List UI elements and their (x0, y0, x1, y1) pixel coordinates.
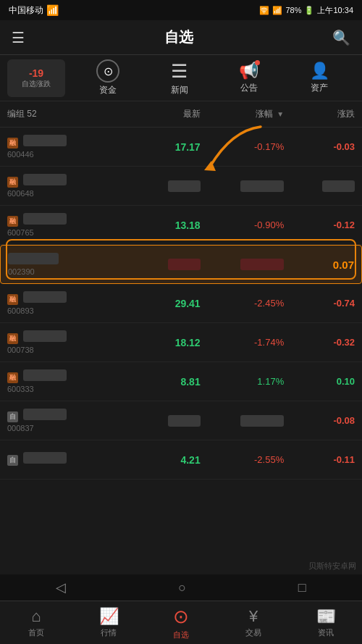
stock-rise: -0.08 (284, 415, 355, 426)
stock-name-blurred (8, 253, 59, 264)
blurred-latest (168, 259, 201, 270)
assets-button[interactable]: 👤 资产 (310, 62, 329, 94)
stock-row[interactable]: 融 600765 13.18 -0.90% -0.12 (0, 206, 362, 245)
stock-name-blurred (23, 135, 67, 146)
stock-latest: 29.41 (123, 298, 201, 309)
news-button[interactable]: ☰ 新闻 (171, 60, 188, 96)
badge-rong: 融 (7, 294, 18, 305)
announcement-button[interactable]: 📢 公告 (239, 62, 258, 94)
stock-row-highlighted[interactable]: 002390 0.07 (0, 245, 362, 284)
stock-row[interactable]: 融 600446 17.17 -0.17% -0.03 (0, 127, 362, 167)
stock-code: 002390 (8, 267, 123, 276)
stock-row[interactable]: 融 000738 18.12 -1.74% -0.32 (0, 323, 362, 362)
market-icon: 📈 (99, 607, 119, 626)
portfolio-value: -19 (29, 67, 43, 79)
change-col-label: 涨幅 (256, 109, 273, 119)
stock-rise: 0.07 (284, 259, 354, 271)
col-header-name: 编组 52 (7, 108, 123, 120)
blurred-latest (168, 180, 201, 192)
funds-label: 资金 (99, 84, 117, 96)
nav-watchlist[interactable]: ⊙ 自选 (145, 601, 217, 644)
search-button[interactable]: 🔍 (332, 29, 350, 46)
stock-name-blurred (23, 452, 67, 464)
stock-name-blurred (23, 213, 67, 225)
nav-news[interactable]: 📰 资讯 (290, 601, 362, 644)
portfolio-summary[interactable]: -19 自选涨跌 (7, 59, 65, 97)
stock-name-col: 融 600446 (7, 135, 123, 159)
stock-name-col: 融 600765 (7, 213, 123, 237)
nav-trade[interactable]: ¥ 交易 (217, 601, 290, 644)
news-icon: ☰ (171, 60, 188, 83)
stock-change (201, 180, 285, 192)
blurred-change (240, 180, 284, 192)
change-sort-arrow: ▼ (277, 110, 284, 118)
stock-rise: -0.74 (284, 298, 355, 309)
badge-rong: 融 (7, 216, 18, 227)
col-header-rise[interactable]: 涨跌 (284, 108, 355, 120)
trade-icon: ¥ (249, 607, 258, 626)
stock-latest: 13.18 (123, 219, 201, 231)
back-button[interactable]: ◁ (56, 580, 66, 595)
news-tab-icon: 📰 (316, 607, 336, 626)
stock-row[interactable]: 自 4.21 -2.55% -0.11 (0, 440, 362, 480)
status-bar: 中国移动 📶 🛜 📶 78% 🔋 上午10:34 (0, 0, 362, 20)
badge-dan: 自 (7, 455, 18, 466)
stock-change: -2.55% (201, 454, 285, 465)
announcement-icon: 📢 (239, 62, 258, 80)
stock-name-col: 融 000738 (7, 330, 123, 354)
stock-rise: 0.10 (284, 376, 355, 387)
badge-rong: 融 (7, 372, 18, 383)
stock-name-col: 002390 (8, 253, 123, 276)
stock-row[interactable]: 融 600333 8.81 1.17% 0.10 (0, 362, 362, 401)
stock-name-col: 自 (7, 452, 123, 467)
stock-name-blurred (23, 330, 67, 342)
news-tab-label: 资讯 (318, 627, 334, 638)
stock-code: 600446 (7, 150, 123, 159)
stock-name-col: 融 600893 (7, 291, 123, 315)
stock-code: 600648 (7, 189, 123, 198)
home-icon: ⌂ (31, 607, 41, 626)
stock-list: 融 600446 17.17 -0.17% -0.03 融 600648 (0, 127, 362, 574)
home-label: 首页 (28, 627, 44, 638)
battery-icon: 🔋 (304, 6, 314, 15)
quick-actions-group: ⊙ 资金 ☰ 新闻 📢 公告 👤 资产 (71, 59, 355, 96)
funds-icon: ⊙ (96, 59, 119, 83)
stock-code: 600893 (7, 306, 123, 315)
stock-latest (123, 415, 201, 427)
badge-rong: 融 (7, 333, 18, 344)
nav-market[interactable]: 📈 行情 (72, 601, 145, 644)
stock-rise: -0.03 (284, 141, 355, 152)
col-header-latest[interactable]: 最新 (123, 108, 201, 120)
home-button[interactable]: ○ (178, 580, 186, 595)
stock-change: -1.74% (201, 337, 285, 348)
stock-latest (123, 259, 200, 270)
stock-name-col: 自 000837 (7, 409, 123, 432)
signal-bars-icon: 📶 (272, 6, 282, 15)
status-left: 中国移动 📶 (9, 4, 59, 17)
recent-apps-button[interactable]: □ (298, 580, 306, 595)
portfolio-label: 自选涨跌 (22, 79, 51, 89)
stock-latest: 18.12 (123, 337, 201, 348)
stock-row[interactable]: 自 000837 -0.08 (0, 401, 362, 440)
watchlist-icon: ⊙ (173, 606, 189, 628)
stock-code: 000837 (7, 424, 123, 432)
battery-label: 78% (285, 6, 301, 14)
blurred-latest (168, 415, 201, 427)
blurred-change (240, 415, 284, 427)
stock-row[interactable]: 融 600648 (0, 167, 362, 206)
table-header: 编组 52 最新 涨幅 ▼ 涨跌 (0, 101, 362, 127)
assets-icon: 👤 (310, 62, 329, 80)
top-nav: ☰ 自选 🔍 (0, 20, 362, 55)
assets-label: 资产 (311, 82, 328, 94)
announcement-label: 公告 (240, 82, 258, 94)
time-label: 上午10:34 (317, 5, 353, 16)
stock-row[interactable]: 融 600893 29.41 -2.45% -0.74 (0, 284, 362, 323)
menu-button[interactable]: ☰ (12, 29, 25, 46)
stock-change: -0.90% (201, 219, 285, 230)
nav-home[interactable]: ⌂ 首页 (0, 601, 72, 644)
wifi-icon: 🛜 (259, 6, 269, 15)
col-header-change[interactable]: 涨幅 ▼ (201, 108, 285, 120)
trade-label: 交易 (245, 627, 261, 638)
funds-button[interactable]: ⊙ 资金 (96, 59, 119, 96)
stock-rise (284, 180, 355, 192)
